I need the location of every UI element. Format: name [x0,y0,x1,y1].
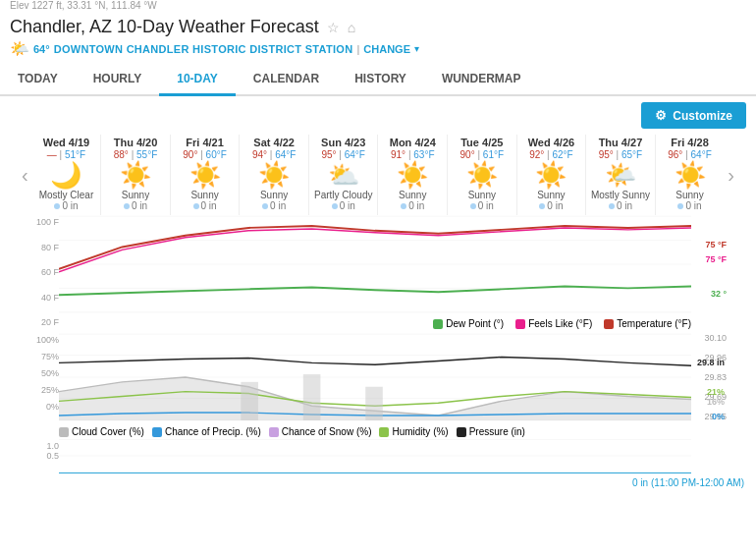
condition-label: Mostly Sunny [588,190,653,200]
gear-icon: ⚙ [655,108,667,123]
rain-dot [332,203,338,209]
feellike-legend-color [515,319,525,329]
svg-rect-10 [241,382,258,420]
day-name: Thu 4/27 [588,137,653,148]
day-name: Tue 4/25 [450,137,514,148]
high-temp: 90° [183,149,197,160]
tab-calendar[interactable]: CALENDAR [236,64,337,96]
precipitation: 0 in [519,200,584,211]
high-temp: — [47,149,57,160]
tab-history[interactable]: HISTORY [337,64,424,96]
legend-pressure: Pressure (in) [457,426,525,437]
day-temp: 94° | 64°F [242,149,306,160]
day-col-5: Mon 4/24 91° | 63°F ☀️ Sunny 0 in [378,135,448,215]
precipitation: 0 in [242,200,306,211]
rain-dot [470,203,476,209]
day-temp: 91° | 63°F [380,149,445,160]
weather-condition-icon: 🌙 [34,162,99,188]
chart1-yaxis: 100 F 80 F 60 F 40 F 20 F [27,215,59,329]
next-arrow[interactable]: › [724,135,738,215]
condition-label: Mostly Clear [34,190,99,200]
customize-button[interactable]: ⚙ Customize [641,102,746,129]
day-col-3: Sat 4/22 94° | 64°F ☀️ Sunny 0 in [240,135,309,215]
pressure-legend-color [457,427,466,437]
tab-hourly[interactable]: HOURLY [76,64,160,96]
nav-tabs: TODAY HOURLY 10-DAY CALENDAR HISTORY WUN… [0,64,756,96]
toolbar: ⚙ Customize [0,96,756,135]
precip-value: 0% [712,412,725,421]
pressure-value: 29.8 in [697,358,725,367]
weather-condition-icon: ☀️ [103,162,168,188]
high-temp: 95° [599,149,614,160]
temp-chart-wrapper: 100 F 80 F 60 F 40 F 20 F 75 °F 75 °F 32… [27,215,727,329]
humidity-value: 21% [707,387,725,397]
weather-condition-icon: ⛅ [311,162,376,188]
tab-10day[interactable]: 10-DAY [159,64,236,96]
precipitation: 0 in [380,200,445,211]
high-temp: 94° [252,149,267,160]
timestamp-label: 0 in (11:00 PM-12:00 AM) [0,476,756,489]
weather-condition-icon: ☀️ [173,162,238,188]
condition-label: Sunny [658,190,723,200]
elevation-info: Elev 1227 ft, 33.31 °N, 111.84 °W [0,0,756,11]
svg-rect-11 [303,374,321,420]
precipitation: 0 in [588,200,653,211]
low-temp: 62°F [552,149,572,160]
day-col-0: Wed 4/19 — | 51°F 🌙 Mostly Clear 0 in [32,135,102,215]
rain-dot [401,203,406,209]
chart2-yaxis: 100% 75% 50% 25% 0% [27,333,59,414]
high-temp: 95° [321,149,336,160]
humidity-legend-color [379,427,389,437]
legend-precip: Chance of Precip. (%) [152,426,261,437]
day-temp: 95° | 64°F [311,149,376,160]
station-name: DOWNTOWN CHANDLER HISTORIC DISTRICT STAT… [54,43,353,55]
change-link[interactable]: CHANGE [363,43,410,55]
day-col-2: Fri 4/21 90° | 60°F ☀️ Sunny 0 in [171,135,241,215]
day-name: Thu 4/20 [103,137,168,148]
condition-label: Sunny [450,190,514,200]
weather-condition-icon: ☀️ [450,162,514,188]
chart1-legend: Dew Point (°) Feels Like (°F) Temperatur… [27,316,727,329]
forecast-container: ‹ Wed 4/19 — | 51°F 🌙 Mostly Clear 0 in … [0,135,756,215]
day-name: Sun 4/23 [311,137,376,148]
low-temp: 51°F [65,149,85,160]
day-temp: 88° | 55°F [103,149,168,160]
prev-arrow[interactable]: ‹ [18,135,32,215]
feellike-label: 75 °F [705,254,727,264]
low-temp: 60°F [206,149,227,160]
page-title: Chandler, AZ 10-Day Weather Forecast [10,17,319,37]
day-col-4: Sun 4/23 95° | 64°F ⛅ Partly Cloudy 0 in [309,135,379,215]
home-icon[interactable]: ⌂ [348,20,355,35]
rain-chart-wrapper: 1.0 0.5 [27,439,727,476]
precipitation: 0 in [34,200,99,211]
low-temp: 63°F [413,149,434,160]
precip-legend-color [152,427,162,437]
precip-chart-wrapper: 100% 75% 50% 25% 0% [27,333,727,437]
precipitation: 0 in [311,200,376,211]
day-temp: 92° | 62°F [519,149,584,160]
high-temp: 91° [391,149,405,160]
day-col-8: Thu 4/27 95° | 65°F 🌤️ Mostly Sunny 0 in [586,135,656,215]
tab-wundermap[interactable]: WUNDERMAP [424,64,539,96]
rain-dot [193,203,199,209]
chart3-area [59,439,691,476]
star-icon[interactable]: ☆ [327,20,340,35]
day-name: Wed 4/26 [519,137,584,148]
chart2-right-labels: 30.10 29.96 29.83 29.69 29.55 [704,333,727,421]
day-temp: 95° | 65°F [588,149,653,160]
snow-legend-color [269,427,279,437]
chart3-yaxis: 1.0 0.5 [27,439,59,463]
chart2-area: 30.10 29.96 29.83 29.69 29.55 29.8 in 21… [59,333,691,424]
condition-label: Sunny [519,190,584,200]
weather-condition-icon: ☀️ [519,162,584,188]
day-temp: 96° | 64°F [658,149,723,160]
legend-dewpoint: Dew Point (°) [433,318,504,329]
condition-label: Sunny [380,190,445,200]
day-col-6: Tue 4/25 90° | 61°F ☀️ Sunny 0 in [448,135,517,215]
rain-amount-svg [59,439,691,473]
low-temp: 64°F [345,149,365,160]
dropdown-icon[interactable]: ▾ [414,43,419,54]
condition-label: Sunny [173,190,238,200]
tab-today[interactable]: TODAY [0,64,76,96]
rain-dot [539,203,545,209]
